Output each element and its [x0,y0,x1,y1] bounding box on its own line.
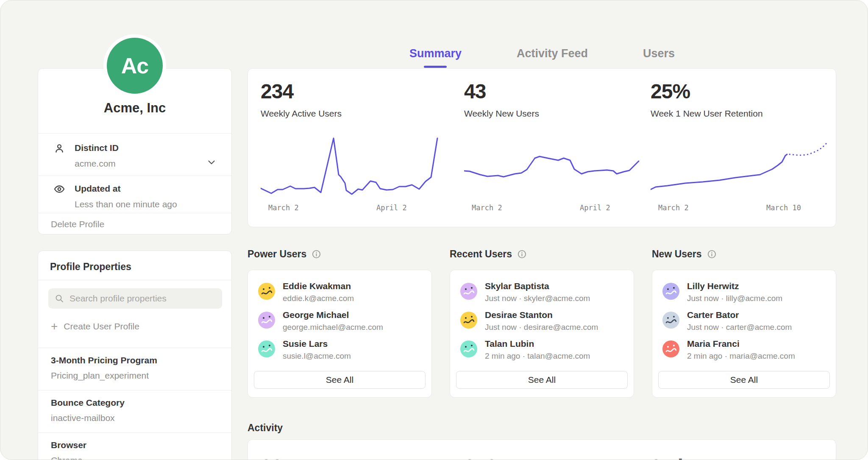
axis-tick: March 2 [658,204,689,212]
search-icon [54,293,64,304]
axis-tick: April 2 [376,204,407,212]
divider [38,348,231,348]
power-users-title: Power Users [248,248,306,260]
user-name: Lilly Herwitz [687,281,739,291]
avatar [662,283,679,300]
axis-tick: March 2 [268,204,299,212]
property-row-bounce-category[interactable]: Bounce Category inactive-mailbox [38,391,231,432]
user-activity: 2 min ago · talan@acme.com [485,351,590,361]
user-name: Susie Lars [283,339,328,349]
user-row[interactable]: Maria Franci 2 min ago · maria@acme.com [662,339,826,363]
see-all-button[interactable]: See All [254,371,426,389]
activity-card: 234 240 3.4k [248,439,836,460]
create-user-profile-button[interactable]: + Create User Profile [51,321,139,332]
property-name: 3-Month Pricing Program [51,355,157,365]
divider [38,432,231,433]
avatar [662,312,679,329]
new-users-card: Lilly Herwitz Just now · lilly@acme.com … [652,270,836,398]
user-email: eddie.k@acme.com [283,294,354,303]
stat-week1-retention: 25% Week 1 New User Retention March 2 Ma… [651,69,829,227]
user-email: susie.l@acme.com [283,351,351,361]
person-icon [53,142,65,154]
updated-at-value: Less than one minute ago [75,199,177,209]
property-name: Bounce Category [51,398,125,408]
user-activity: Just now · lilly@acme.com [687,294,782,303]
stat-label: Weekly New Users [464,109,539,119]
user-name: Talan Lubin [485,339,534,349]
tab-summary[interactable]: Summary [409,47,462,68]
axis-tick: March 2 [472,204,502,212]
user-row[interactable]: Desirae Stanton Just now · desirare@acme… [460,310,624,335]
tab-bar: Summary Activity Feed Users [264,47,820,68]
activity-stat: 234 [261,455,293,460]
plus-icon: + [51,322,58,331]
property-row-browser[interactable]: Browser Chrome [38,433,231,460]
property-name: Browser [51,440,86,450]
user-name: Eddie Kwakman [283,281,351,291]
property-value: Chrome [51,455,83,460]
user-name: Carter Bator [687,310,739,320]
info-icon[interactable] [312,249,321,259]
user-row[interactable]: Carter Bator Just now · carter@acme.com [662,310,826,335]
avatar [662,340,679,357]
retention-chart [651,128,829,198]
create-user-profile-label: Create User Profile [64,321,139,332]
chevron-down-icon[interactable] [206,157,217,168]
profile-properties-title: Profile Properties [50,261,131,273]
weekly-active-users-chart [261,128,439,198]
user-activity: 2 min ago · maria@acme.com [687,351,795,361]
divider [38,280,231,280]
weekly-new-users-chart [464,128,642,198]
property-value: inactive-mailbox [51,413,115,423]
user-email: george.michael@acme.com [283,323,383,332]
user-row[interactable]: Eddie Kwakman eddie.k@acme.com [258,281,422,306]
user-row[interactable]: Lilly Herwitz Just now · lilly@acme.com [662,281,826,306]
activity-title: Activity [248,422,283,434]
x-axis: March 2 March 10 [651,204,829,215]
company-avatar: Ac [107,38,163,94]
stat-value: 43 [464,80,486,103]
tab-users[interactable]: Users [643,47,675,68]
power-users-card: Eddie Kwakman eddie.k@acme.com George Mi… [248,270,432,398]
see-all-button[interactable]: See All [456,371,628,389]
updated-at-label: Updated at [75,184,121,194]
divider [38,213,231,213]
eye-icon [53,183,65,195]
user-row[interactable]: Skylar Baptista Just now · skyler@acme.c… [460,281,624,306]
stat-label: Weekly Active Users [261,109,342,119]
user-name: Skylar Baptista [485,281,549,291]
avatar [460,283,477,300]
recent-users-card: Skylar Baptista Just now · skyler@acme.c… [450,270,634,398]
search-input[interactable] [70,293,216,304]
property-row-pricing-program[interactable]: 3-Month Pricing Program Pricing_plan_exp… [38,348,231,390]
distinct-id-value: acme.com [75,159,116,169]
avatar [258,340,275,357]
new-users-header: New Users [652,248,717,260]
user-row[interactable]: George Michael george.michael@acme.com [258,310,422,335]
user-row[interactable]: Talan Lubin 2 min ago · talan@acme.com [460,339,624,363]
recent-users-header: Recent Users [450,248,527,260]
info-icon[interactable] [517,249,527,259]
info-icon[interactable] [707,249,717,259]
user-activity: Just now · carter@acme.com [687,323,792,332]
avatar [258,283,275,300]
company-name: Acme, Inc [38,100,232,116]
axis-tick: March 10 [766,204,801,212]
see-all-button[interactable]: See All [658,371,830,389]
divider [38,390,231,390]
activity-stat: 3.4k [651,455,688,460]
stat-label: Week 1 New User Retention [651,109,763,119]
avatar [460,340,477,357]
profile-properties-search[interactable] [48,288,222,309]
activity-stat: 240 [464,455,497,460]
user-row[interactable]: Susie Lars susie.l@acme.com [258,339,422,363]
x-axis: March 2 April 2 [261,204,439,215]
tab-activity-feed[interactable]: Activity Feed [517,47,588,68]
avatar [460,312,477,329]
avatar [258,312,275,329]
user-activity: Just now · desirare@acme.com [485,323,598,332]
divider [38,133,231,134]
stat-value: 234 [261,80,293,103]
delete-profile-button[interactable]: Delete Profile [51,219,104,229]
user-activity: Just now · skyler@acme.com [485,294,590,303]
